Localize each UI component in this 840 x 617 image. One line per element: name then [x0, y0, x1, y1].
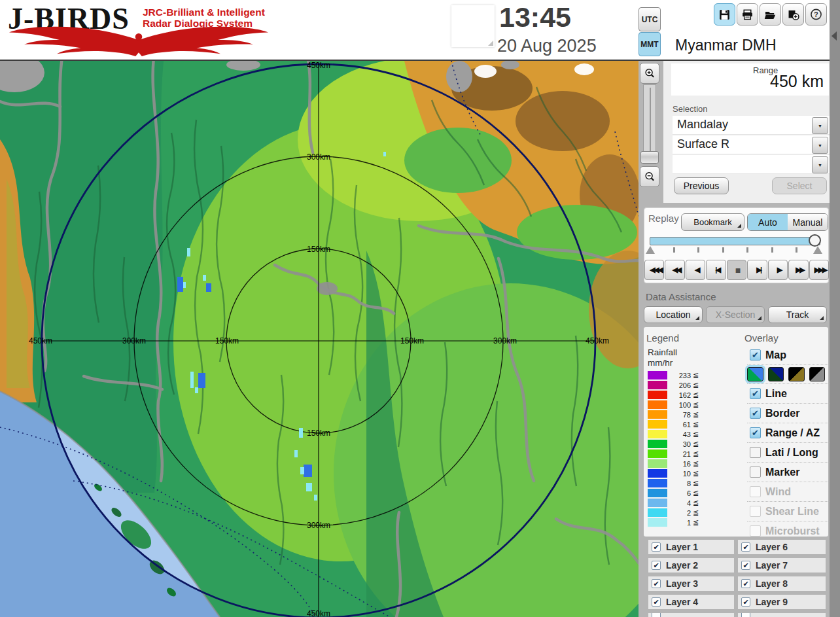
legend-lte-symbol: ≦	[693, 508, 699, 517]
layer-checkbox-layer-2[interactable]: ✔	[652, 561, 661, 570]
layer-checkbox-partial[interactable]	[652, 613, 661, 617]
jump-back-icon: ◀◀◀	[650, 266, 661, 274]
legend-value: 10	[667, 470, 691, 478]
select-button[interactable]: Select	[772, 177, 827, 194]
layer-checkbox-layer-8[interactable]: ✔	[741, 579, 750, 588]
terrain-map	[0, 61, 639, 617]
fast-forward-button[interactable]: ▶▶	[788, 260, 808, 280]
product-dropdown[interactable]: Surface R ▼	[673, 135, 830, 154]
manual-button[interactable]: Manual	[788, 214, 828, 230]
legend-color-swatch	[648, 450, 667, 458]
track-button[interactable]: Track	[768, 306, 827, 323]
jump-back-button[interactable]: ◀◀◀	[644, 260, 664, 280]
legend-lte-symbol: ≦	[693, 420, 699, 429]
option-dropdown-arrow[interactable]: ▼	[812, 156, 828, 173]
legend-value: 100	[667, 401, 691, 409]
zoom-slider-thumb[interactable]	[640, 151, 659, 164]
overlay-checkbox-map[interactable]: ✔	[750, 349, 761, 361]
x-section-button[interactable]: X-Section	[706, 306, 765, 323]
legend-value: 61	[667, 421, 691, 429]
site-dropdown-value: Mandalay	[677, 118, 728, 132]
overlay-checkbox-range-az[interactable]: ✔	[750, 427, 761, 438]
skip-to-end-button[interactable]: ▶|	[747, 260, 767, 280]
step-back-button[interactable]: ◀	[686, 260, 705, 280]
play-icon: ▶	[777, 266, 781, 274]
layer-label: Layer 9	[756, 597, 788, 607]
help-button[interactable]: ?	[805, 3, 827, 26]
overlay-checkbox-wind[interactable]	[750, 486, 761, 497]
layer-checkbox-layer-6[interactable]: ✔	[741, 542, 750, 552]
play-button[interactable]: ▶	[768, 260, 788, 280]
jump-forward-button[interactable]: ▶▶▶	[809, 260, 829, 280]
layer-checkbox-layer-1[interactable]: ✔	[652, 542, 661, 552]
layer-row-partial	[648, 613, 734, 617]
radar-echo-cell	[187, 248, 190, 256]
location-button[interactable]: Location	[644, 306, 703, 323]
legend-color-swatch	[648, 371, 667, 379]
overlay-checkbox-line[interactable]: ✔	[750, 388, 761, 399]
fast-rewind-button[interactable]: ◀◀	[665, 260, 684, 280]
slider-start-marker[interactable]	[646, 246, 655, 254]
print-button[interactable]	[737, 3, 758, 26]
legend-lte-symbol: ≦	[693, 400, 699, 409]
export-button[interactable]	[782, 3, 804, 26]
legend-row: 10≦	[648, 468, 699, 478]
time-note-box[interactable]	[451, 5, 495, 47]
previous-button[interactable]: Previous	[674, 177, 729, 194]
layer-label: Layer 8	[756, 578, 788, 589]
stop-icon: ■	[735, 265, 741, 275]
range-value: 450 km	[770, 72, 824, 91]
save-button[interactable]	[714, 3, 735, 26]
product-dropdown-arrow[interactable]: ▼	[812, 137, 828, 154]
overlay-checkbox-shear-line[interactable]	[750, 506, 761, 517]
chevron-down-icon: ▼	[818, 143, 822, 148]
legend-lte-symbol: ≦	[693, 381, 699, 389]
legend-row: 233≦	[648, 370, 699, 380]
bookmark-button[interactable]: Bookmark	[681, 213, 744, 231]
legend-color-swatch	[648, 381, 667, 389]
overlay-checkbox-lati-long[interactable]	[750, 447, 761, 458]
layer-checkbox-layer-3[interactable]: ✔	[652, 579, 661, 588]
bookmark-label: Bookmark	[693, 217, 732, 227]
layer-checkbox-partial[interactable]	[741, 613, 750, 617]
legend-row: 43≦	[648, 429, 699, 439]
layer-checkbox-layer-9[interactable]: ✔	[741, 597, 750, 607]
eagle-icon	[1, 25, 276, 58]
svg-text:?: ?	[814, 10, 818, 18]
legend-value: 2	[667, 509, 691, 517]
site-dropdown-arrow[interactable]: ▼	[812, 117, 828, 134]
mmt-button[interactable]: MMT	[639, 32, 661, 56]
legend-scale: 233≦206≦162≦100≦78≦61≦43≦30≦21≦16≦10≦8≦6…	[648, 370, 699, 527]
layer-checkbox-layer-7[interactable]: ✔	[741, 561, 750, 570]
skip-to-start-button[interactable]: |◀	[706, 260, 726, 280]
map-style-row	[747, 364, 830, 383]
range-ring-label: 300km	[122, 336, 146, 345]
radar-map[interactable]: 450km300km150km150km300km450km450km300km…	[0, 61, 639, 617]
legend-value: 21	[667, 450, 691, 458]
panel-collapse-strip[interactable]	[830, 0, 840, 617]
replay-slider-track[interactable]	[650, 237, 820, 245]
site-dropdown[interactable]: Mandalay ▼	[673, 116, 830, 135]
zoom-in-button[interactable]	[640, 63, 659, 84]
map-style-dark[interactable]	[768, 367, 784, 381]
map-style-olive[interactable]	[788, 367, 805, 381]
option-dropdown[interactable]: ▼	[673, 155, 830, 174]
utc-button[interactable]: UTC	[639, 7, 661, 31]
map-style-grayscale[interactable]	[809, 367, 826, 381]
slider-end-marker[interactable]	[813, 246, 822, 254]
legend-value: 16	[667, 460, 691, 468]
auto-button[interactable]: Auto	[748, 214, 788, 230]
replay-slider-handle[interactable]	[809, 234, 821, 247]
overlay-checkbox-microburst[interactable]	[750, 525, 761, 537]
layer-checkbox-layer-4[interactable]: ✔	[652, 597, 661, 607]
overlay-checkbox-marker[interactable]	[750, 467, 761, 478]
zoom-out-button[interactable]	[640, 166, 659, 187]
map-style-terrain[interactable]	[747, 367, 763, 381]
open-button[interactable]	[760, 3, 781, 26]
legend-value: 78	[667, 411, 691, 419]
legend-row: 162≦	[648, 390, 699, 400]
legend-row: 2≦	[648, 508, 699, 518]
overlay-checkbox-border[interactable]: ✔	[750, 408, 761, 419]
stop-button[interactable]: ■	[727, 260, 746, 280]
layer-row-layer-8: ✔Layer 8	[738, 576, 826, 591]
